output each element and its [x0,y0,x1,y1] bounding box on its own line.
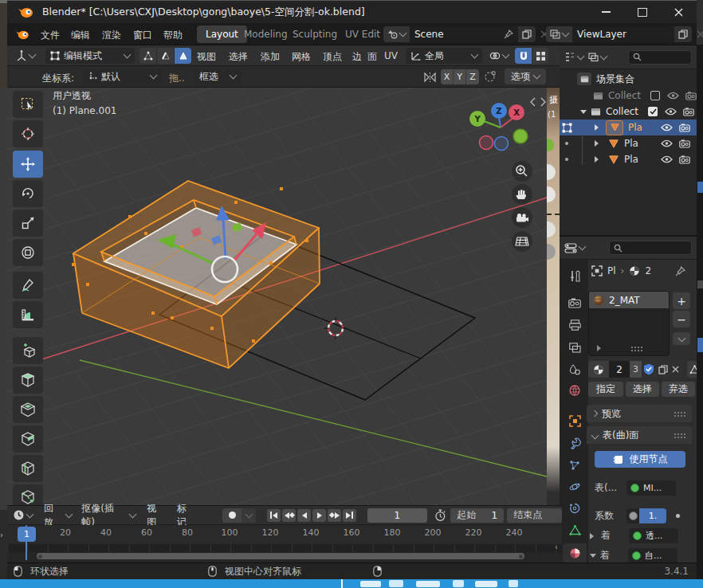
frame-start-field[interactable]: 起始 1 [450,508,504,523]
select-mode-vertex[interactable] [139,48,157,64]
outliner-search-input[interactable] [628,50,692,65]
panel-surface-header[interactable]: 表(曲)面 [587,426,692,444]
play-button[interactable] [312,509,326,522]
outliner-row-object-active[interactable]: Pla [560,120,697,135]
snap-toggle[interactable] [515,48,532,64]
properties-search-input[interactable] [609,241,692,255]
render-camera-icon[interactable] [683,108,694,116]
tab-render[interactable] [563,293,587,312]
assign-button[interactable]: 指定 [588,382,623,397]
scene-browse-button[interactable] [383,26,410,42]
drag-dropdown[interactable]: 框选 [194,69,241,84]
current-frame-badge[interactable]: 1 [18,527,36,542]
tool-loopcut[interactable] [13,455,43,482]
remove-slot-button[interactable]: − [673,311,690,327]
viewlayer-new-button[interactable] [674,26,692,42]
viewlayer-remove-icon[interactable] [697,30,703,38]
fake-user-toggle[interactable] [642,361,656,378]
tab-world[interactable] [563,381,587,400]
hide-eye-icon[interactable] [665,108,677,116]
tab-modifiers[interactable] [563,433,587,453]
tool-inset[interactable] [13,396,43,423]
menu-uv[interactable]: UV [384,50,398,61]
tool-select-box[interactable] [13,91,43,118]
menu-edit[interactable]: 编辑 [71,29,90,42]
outliner-row-collection-2[interactable]: Collect [560,104,697,120]
menu-render[interactable]: 渲染 [102,29,121,42]
coord-dropdown[interactable]: 默认 [83,69,161,84]
shader-dropdown[interactable]: 透... [629,528,678,543]
tab-material[interactable] [563,543,587,563]
navigation-gizmo[interactable]: Z X Y [469,103,528,151]
node-specials-button[interactable] [687,361,697,378]
tool-annotate[interactable] [13,272,43,299]
tab-physics[interactable] [563,477,587,496]
material-browse-button[interactable] [588,361,609,378]
menu-select[interactable]: 选择 [229,50,248,64]
tab-tool[interactable] [563,266,587,285]
deselect-button[interactable]: 弃选 [662,382,695,397]
panel-drag-grip[interactable] [674,411,686,417]
scene-name-field[interactable]: Scene [410,26,518,42]
tool-cursor[interactable] [13,120,43,147]
tab-object-data[interactable] [563,520,587,539]
pin-icon[interactable] [675,266,685,276]
tool-extrude[interactable] [13,367,43,394]
select-mode-face[interactable] [175,48,191,64]
menu-face[interactable]: 面 [367,50,377,64]
timeline-grid-band[interactable] [7,544,562,552]
material-users-button[interactable]: 3 [630,361,642,378]
mirror-icon[interactable] [423,71,437,84]
tab-viewlayer[interactable] [563,338,587,357]
tool-rotate[interactable] [13,180,43,207]
exclude-checkbox-checked[interactable] [648,107,658,116]
object-breadcrumb-icon[interactable] [591,265,603,276]
menu-edge[interactable]: 边 [352,50,362,64]
axis-z-toggle[interactable]: Z [466,69,479,84]
play-reverse-button[interactable] [297,509,311,522]
axis-x-toggle[interactable]: X [441,69,454,84]
sidebar-toggle-icon[interactable] [531,98,545,106]
tool-add-cube[interactable] [13,337,43,364]
minimize-button[interactable] [588,1,624,23]
jump-to-start-button[interactable] [267,509,281,522]
hide-eye-icon[interactable] [661,155,673,163]
surface-shader-dropdown[interactable]: MI... [626,480,676,496]
tool-bevel[interactable] [13,425,43,453]
tool-scale[interactable] [13,210,43,237]
orientation-dropdown[interactable]: 全局 [406,48,482,64]
material-unlink-button[interactable] [670,361,681,378]
gizmo-axis-z-neg[interactable] [495,137,509,151]
outliner-display-mode-button[interactable] [564,52,583,62]
jump-to-end-button[interactable] [343,509,356,522]
ortho-toggle-button[interactable] [512,231,532,252]
blender-menu-icon[interactable] [15,29,29,40]
next-keyframe-button[interactable] [328,509,341,522]
exclude-checkbox-unchecked[interactable] [650,91,660,100]
outliner-row-collection-1[interactable]: Collect [560,88,697,104]
scene-new-button[interactable] [518,26,536,42]
use-nodes-button[interactable]: 使用节点 [595,451,685,468]
hide-eye-icon[interactable] [667,92,679,100]
expand-right-icon[interactable] [590,533,597,539]
timeline-editor-type-button[interactable] [13,509,33,521]
frame-end-field[interactable]: 结束点 [507,508,562,523]
pivot-dropdown[interactable] [486,48,512,64]
tool-move[interactable] [13,151,43,178]
menu-window[interactable]: 窗口 [133,29,152,42]
tab-scene[interactable] [563,360,587,379]
tool-measure[interactable] [13,301,43,328]
tool-knife[interactable] [13,484,43,505]
tab-constraints[interactable] [563,499,587,518]
menu-vertex[interactable]: 顶点 [323,50,342,64]
slot-specials-button[interactable] [673,332,690,345]
panel-drag-grip[interactable] [674,433,686,438]
autokey-record-button[interactable] [222,508,242,523]
menu-mesh[interactable]: 网格 [292,50,311,64]
tool-transform[interactable] [13,239,43,266]
tab-object[interactable] [563,411,587,430]
tab-particles[interactable] [563,456,587,475]
menu-add[interactable]: 添加 [261,50,280,64]
proportional-edit-icon[interactable] [484,71,496,83]
panel-preview-header[interactable]: 预览 [587,405,692,422]
